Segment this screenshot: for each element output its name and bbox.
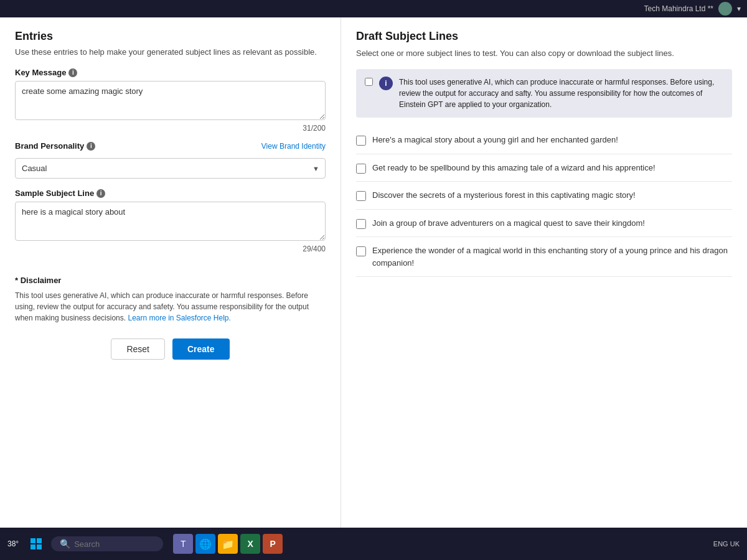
taskbar-app-edge[interactable]: 🌐	[195, 534, 215, 554]
key-message-label: Key Message i	[15, 68, 326, 77]
left-panel: Entries Use these entries to help make y…	[0, 17, 341, 528]
sample-subject-line-info-icon[interactable]: i	[96, 189, 105, 198]
sample-subject-line-textarea[interactable]: here is a magical story about	[15, 202, 326, 241]
view-brand-link[interactable]: View Brand Identity	[261, 142, 326, 151]
taskbar-right: ENG UK	[713, 540, 740, 548]
explorer-icon: 📁	[222, 538, 234, 550]
taskbar-app-explorer[interactable]: 📁	[218, 534, 238, 554]
taskbar-app-excel[interactable]: X	[240, 534, 260, 554]
edge-icon: 🌐	[199, 538, 212, 550]
brand-personality-select[interactable]: Casual Formal Friendly Professional	[15, 158, 326, 179]
disclaimer-text: This tool uses generative AI, which can …	[15, 290, 326, 324]
subject-line-3-text: Discover the secrets of a mysterious for…	[372, 189, 636, 202]
brand-personality-info-icon[interactable]: i	[87, 142, 95, 151]
subject-line-4-text: Join a group of brave adventurers on a m…	[372, 217, 645, 230]
disclaimer-link[interactable]: Learn more in Salesforce Help.	[128, 314, 230, 322]
key-message-textarea[interactable]: create some amazing magic story	[15, 81, 326, 120]
taskbar-search-input[interactable]	[74, 539, 149, 549]
taskbar-app-teams[interactable]: T	[173, 534, 193, 554]
taskbar-app-powerpoint[interactable]: P	[263, 534, 283, 554]
subject-line-item: Experience the wonder of a magical world…	[356, 237, 732, 277]
subject-line-2-checkbox[interactable]	[356, 164, 366, 174]
taskbar: 38° 🔍 T 🌐 📁 X P ENG UK	[0, 528, 747, 560]
draft-subject-lines-title: Draft Subject Lines	[356, 30, 732, 43]
ai-warning-text: This tool uses generative AI, which can …	[399, 77, 723, 110]
subject-line-1-text: Here's a magical story about a young gir…	[372, 134, 618, 146]
ai-warning-checkbox[interactable]	[365, 78, 373, 86]
language-region: ENG UK	[713, 540, 740, 548]
subject-line-item: Join a group of brave adventurers on a m…	[356, 210, 732, 238]
subject-line-4-checkbox[interactable]	[356, 219, 366, 229]
subject-line-5-text: Experience the wonder of a magical world…	[372, 245, 732, 269]
brand-personality-header: Brand Personality i View Brand Identity	[15, 141, 326, 151]
avatar[interactable]	[718, 2, 732, 16]
right-panel: Draft Subject Lines Select one or more s…	[341, 17, 747, 528]
windows-start-button[interactable]	[26, 534, 46, 554]
subject-lines-list: Here's a magical story about a young gir…	[356, 126, 732, 277]
ai-warning-banner: i This tool uses generative AI, which ca…	[356, 69, 732, 118]
temperature-display: 38°	[7, 539, 19, 548]
subject-line-1-checkbox[interactable]	[356, 136, 366, 146]
top-bar-right: Tech Mahindra Ltd ** ▾	[644, 2, 741, 16]
create-button[interactable]: Create	[172, 338, 230, 360]
disclaimer-title: * Disclaimer	[15, 276, 326, 285]
top-bar: Tech Mahindra Ltd ** ▾	[0, 0, 747, 17]
expand-icon[interactable]: ▾	[737, 4, 741, 13]
action-buttons: Reset Create	[15, 338, 326, 360]
brand-personality-select-wrapper: Casual Formal Friendly Professional ▼	[15, 158, 326, 179]
teams-icon: T	[181, 539, 186, 549]
subject-line-2-text: Get ready to be spellbound by this amazi…	[372, 162, 655, 174]
draft-subject-lines-description: Select one or more subject lines to test…	[356, 48, 732, 59]
ai-info-icon: i	[379, 77, 393, 90]
key-message-info-icon[interactable]: i	[68, 68, 77, 77]
taskbar-search[interactable]: 🔍	[51, 536, 163, 551]
powerpoint-icon: P	[270, 539, 275, 549]
subject-line-3-checkbox[interactable]	[356, 191, 366, 201]
sample-subject-line-label: Sample Subject Line i	[15, 189, 326, 198]
taskbar-apps: T 🌐 📁 X P	[173, 534, 283, 554]
reset-button[interactable]: Reset	[111, 338, 165, 360]
subject-line-item: Here's a magical story about a young gir…	[356, 126, 732, 154]
windows-icon	[31, 538, 42, 549]
key-message-char-count: 31/200	[15, 124, 326, 133]
company-name: Tech Mahindra Ltd **	[644, 4, 713, 13]
subject-line-5-checkbox[interactable]	[356, 246, 366, 256]
disclaimer-section: * Disclaimer This tool uses generative A…	[15, 266, 326, 324]
sample-subject-line-char-count: 29/400	[15, 245, 326, 253]
search-icon: 🔍	[60, 539, 70, 549]
main-content: Entries Use these entries to help make y…	[0, 17, 747, 528]
excel-icon: X	[247, 539, 253, 549]
entries-title: Entries	[15, 30, 326, 43]
brand-personality-label: Brand Personality i	[15, 141, 95, 151]
subject-line-item: Discover the secrets of a mysterious for…	[356, 182, 732, 210]
entries-description: Use these entries to help make your gene…	[15, 47, 326, 58]
subject-line-item: Get ready to be spellbound by this amazi…	[356, 154, 732, 182]
